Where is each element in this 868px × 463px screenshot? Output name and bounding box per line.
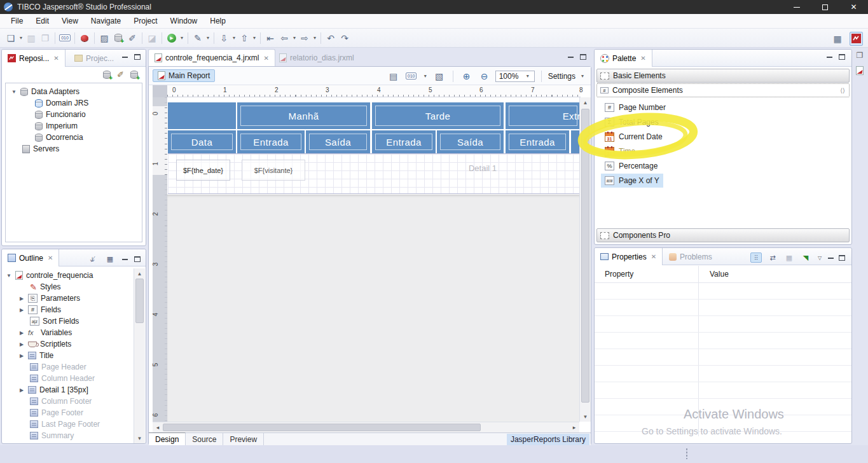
tab-repository-explorer[interactable]: Reposi... ✕: [2, 50, 65, 67]
redo-button[interactable]: ↷: [338, 31, 352, 45]
maximize-view-icon[interactable]: [134, 256, 141, 262]
chevron-down-icon[interactable]: ▼: [6, 273, 12, 279]
palette-item-current-date[interactable]: 31 Current Date: [601, 130, 666, 144]
save-button[interactable]: ▥: [24, 31, 38, 45]
maximize-view-icon[interactable]: [580, 54, 586, 60]
palette-item-percentage[interactable]: % Percentage: [601, 159, 661, 173]
menu-navigate[interactable]: Navigate: [85, 15, 127, 27]
palette-item-time[interactable]: 31 Time: [601, 144, 639, 158]
outline-item-page-footer[interactable]: Page Footer: [2, 407, 135, 418]
zoom-level-select[interactable]: 100% ▾: [495, 71, 535, 82]
forward-dropdown[interactable]: ▾: [312, 35, 318, 41]
scroll-up-icon[interactable]: ▲: [134, 268, 145, 279]
drawer-pin-icon[interactable]: ⟨⟩: [840, 87, 845, 94]
debug-button[interactable]: [78, 31, 92, 45]
settings-button[interactable]: Settings ▾: [548, 72, 586, 81]
band-visibility-icon[interactable]: ▤: [387, 69, 401, 83]
create-data-adapter-icon[interactable]: [103, 71, 111, 79]
canvas-vertical-scrollbar[interactable]: ▲ ▼: [579, 97, 591, 422]
drawer-basic-elements[interactable]: Basic Elements: [596, 69, 850, 83]
scroll-up-icon[interactable]: ▲: [580, 97, 591, 107]
restore-view-icon[interactable]: ❐: [857, 51, 864, 60]
edit-adapter-icon[interactable]: ✐: [117, 70, 124, 79]
table-header-data[interactable]: Data: [168, 130, 236, 153]
minimize-view-icon[interactable]: [827, 56, 832, 58]
palette-item-page-number[interactable]: # Page Number: [601, 100, 670, 114]
import-button[interactable]: ⇩: [217, 31, 231, 45]
tree-item-imperium[interactable]: Imperium: [6, 120, 142, 132]
run-button[interactable]: ▶: [165, 31, 179, 45]
table-header-saida-1[interactable]: Saída: [306, 130, 370, 153]
minimize-button[interactable]: [782, 0, 811, 14]
outline-item-fields[interactable]: ▶#Fields: [2, 304, 135, 315]
export-dropdown[interactable]: ▾: [251, 35, 258, 41]
detail-band[interactable]: $F{the_date} $F{visitante} Detail 1: [168, 153, 580, 194]
menu-window[interactable]: Window: [165, 15, 203, 27]
editor-tab-controle-frequencia[interactable]: controle_frequencia_4.jrxml ✕: [148, 49, 275, 66]
outline-item-column-footer[interactable]: Column Footer: [2, 396, 135, 407]
tab-source[interactable]: Source: [186, 433, 223, 446]
maximize-view-icon[interactable]: [839, 54, 845, 60]
tab-problems[interactable]: Problems: [663, 248, 718, 265]
palette-item-total-pages[interactable]: Σ Total Pages: [601, 115, 663, 129]
save-all-button[interactable]: ❐: [38, 31, 52, 45]
tree-item-funcionario[interactable]: Funcionario: [6, 109, 142, 120]
clear-button[interactable]: ◪: [145, 31, 159, 45]
close-tab-icon[interactable]: ✕: [640, 55, 645, 62]
canvas-horizontal-scrollbar[interactable]: ◂ ▸: [153, 422, 579, 432]
outline-item-detail[interactable]: ▶Detail 1 [35px]: [2, 384, 135, 396]
outline-item-variables[interactable]: ▶fxVariables: [2, 327, 135, 338]
chevron-right-icon[interactable]: ▶: [18, 307, 25, 313]
compile-dropdown[interactable]: ▾: [422, 73, 429, 79]
chevron-right-icon[interactable]: ▶: [18, 353, 25, 359]
close-button[interactable]: ✕: [839, 0, 868, 14]
chevron-right-icon[interactable]: ▶: [18, 296, 25, 301]
menu-view[interactable]: View: [56, 15, 84, 27]
jasperreports-library-selector[interactable]: JasperReports Library: [507, 434, 589, 445]
outline-item-title[interactable]: ▶Title: [2, 350, 135, 361]
menu-file[interactable]: File: [5, 15, 29, 27]
restore-button[interactable]: [811, 0, 839, 14]
new-datasource-button[interactable]: [111, 31, 125, 45]
import-dropdown[interactable]: ▾: [231, 35, 237, 41]
menu-edit[interactable]: Edit: [30, 15, 55, 27]
menu-help[interactable]: Help: [204, 15, 231, 27]
tab-preview[interactable]: Preview: [223, 433, 264, 446]
outline-scrollbar[interactable]: ▲ ▼: [134, 268, 145, 443]
design-canvas[interactable]: Manhã Tarde Extr Data Entrada Saída Entr…: [167, 97, 581, 422]
zoom-in-icon[interactable]: ⊕: [460, 69, 474, 83]
outline-item-sort-fields[interactable]: a|zSort Fields: [2, 315, 135, 327]
tab-project-explorer[interactable]: Projec...: [69, 50, 120, 67]
drawer-composite-elements[interactable]: # Composite Elements ⟨⟩: [596, 83, 850, 97]
back-dropdown[interactable]: ▾: [291, 35, 298, 41]
marker-pen-button[interactable]: ✎: [191, 31, 205, 45]
tree-mode-icon[interactable]: ⫝̸: [86, 254, 98, 264]
outline-item-no-data[interactable]: No Data: [2, 441, 135, 444]
close-tab-icon[interactable]: ✕: [263, 55, 268, 62]
chevron-right-icon[interactable]: ▶: [18, 387, 25, 393]
scroll-down-icon[interactable]: ▼: [580, 411, 591, 422]
close-tab-icon[interactable]: ✕: [651, 253, 656, 260]
close-tab-icon[interactable]: ✕: [53, 55, 59, 62]
view-menu-icon[interactable]: ▽: [816, 255, 823, 261]
style-template-button[interactable]: ✐: [125, 31, 139, 45]
tree-item-ocorrencia[interactable]: Ocorrencia: [6, 132, 142, 143]
table-group-header-extra[interactable]: Extr: [506, 102, 581, 129]
thumbnail-mode-icon[interactable]: ▦: [104, 254, 116, 264]
tree-item-servers[interactable]: Servers: [6, 143, 142, 155]
new-report-button[interactable]: ❏: [4, 31, 18, 45]
minimize-view-icon[interactable]: [568, 56, 574, 58]
table-header-saida-2[interactable]: Saída: [437, 130, 504, 153]
show-tree-icon[interactable]: ⫶⫶: [750, 252, 762, 263]
back-button[interactable]: ⇦: [277, 31, 291, 45]
chevron-right-icon[interactable]: ▶: [18, 342, 25, 347]
tab-properties[interactable]: Properties ✕: [595, 248, 663, 265]
forward-button[interactable]: ⇨: [298, 31, 312, 45]
chevron-right-icon[interactable]: ▶: [18, 330, 25, 336]
minimize-view-icon[interactable]: [122, 258, 128, 260]
show-advanced-icon[interactable]: ⇄: [767, 252, 778, 263]
chevron-down-icon[interactable]: ▼: [11, 89, 17, 95]
scroll-left-icon[interactable]: ◂: [153, 422, 163, 432]
close-tab-icon[interactable]: ✕: [48, 254, 53, 261]
open-perspective-button[interactable]: ▦: [830, 32, 844, 46]
